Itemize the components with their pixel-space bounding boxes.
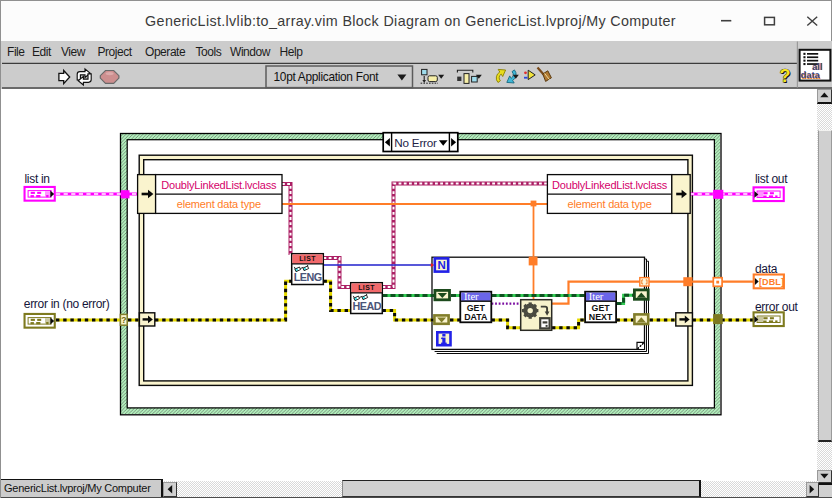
svg-text:LIST: LIST [299, 255, 316, 262]
svg-text:GET: GET [467, 303, 486, 313]
svg-text:NEXT: NEXT [589, 312, 613, 322]
svg-text:?: ? [779, 66, 790, 86]
svg-text:Iter: Iter [464, 291, 479, 302]
svg-text:GET: GET [592, 303, 611, 313]
svg-text:HEAD: HEAD [352, 300, 381, 312]
svg-text:DoublyLinkedList.lvclass: DoublyLinkedList.lvclass [552, 179, 668, 191]
svg-text:element data type: element data type [177, 198, 261, 210]
svg-text:No Error: No Error [394, 136, 437, 149]
svg-text:N: N [437, 259, 445, 271]
svg-text:error out: error out [755, 300, 799, 314]
svg-text:DoublyLinkedList.lvclass: DoublyLinkedList.lvclass [161, 179, 277, 191]
svg-text:Iter: Iter [589, 291, 604, 302]
svg-text:DATA: DATA [464, 312, 488, 322]
svg-text:data: data [755, 262, 778, 276]
svg-text:?: ? [121, 315, 126, 325]
svg-text:LIST: LIST [358, 284, 375, 291]
svg-text:LENG: LENG [294, 271, 322, 283]
svg-text:list in: list in [25, 172, 50, 186]
svg-text:error in (no error): error in (no error) [24, 297, 110, 311]
svg-text:element data type: element data type [568, 198, 652, 210]
svg-text:10pt Application Font: 10pt Application Font [274, 70, 380, 84]
svg-text:[DBL]: [DBL] [759, 277, 784, 287]
svg-text:list out: list out [755, 172, 788, 186]
svg-text:data: data [801, 70, 821, 80]
